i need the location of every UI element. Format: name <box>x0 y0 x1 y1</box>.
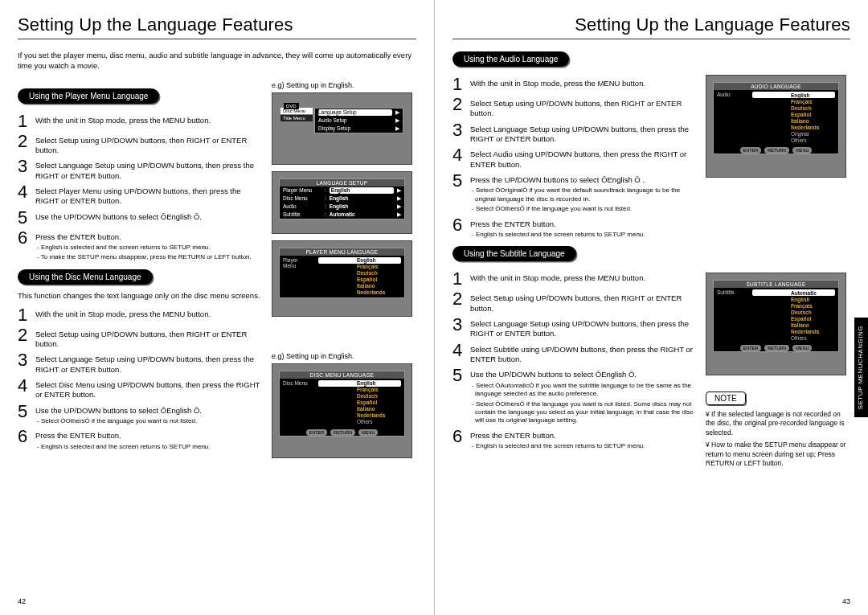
step: With the unit in Stop mode, press the ME… <box>35 113 262 130</box>
disc-lead: This function changes the text language … <box>18 291 262 301</box>
subnote: - Select ÒOthersÓ if the language you wa… <box>35 417 262 425</box>
subnote: - Select ÒOthersÓ if the language you wa… <box>470 205 696 213</box>
example-label: e.g) Setting up in English. <box>272 352 416 360</box>
step: Select Audio using UP/DOWN buttons, then… <box>470 146 696 170</box>
step: Select Language Setup using UP/DOWN butt… <box>35 351 262 375</box>
page-title: Setting Up the Language Features <box>452 14 850 39</box>
section-pill-subtitle: Using the Subtitle Language <box>452 246 576 261</box>
step: Press the ENTER button. - English is sel… <box>470 216 696 240</box>
note-list: ¥ If the selected language is not record… <box>706 410 850 469</box>
intro-text: If you set the player menu, disc menu, a… <box>18 51 416 72</box>
player-steps: With the unit in Stop mode, press the ME… <box>18 113 262 262</box>
step: Select Player Menu using UP/DOWN buttons… <box>35 183 262 207</box>
subtitle-steps: With the unit in Stop mode, press the ME… <box>452 270 696 450</box>
step: Select Setup using UP/DOWN buttons, then… <box>470 96 696 119</box>
audio-steps: With the unit in Stop mode, press the ME… <box>452 76 696 239</box>
step: Select Subtitle using UP/DOWN buttons, t… <box>470 342 696 365</box>
subnote: - English is selected and the screen ret… <box>470 231 696 239</box>
osd-player-menu-lang: PLAYER MENU LANGUAGE Player Menu English… <box>272 240 412 317</box>
step: Use the UP/DOWN buttons to select ÔEngli… <box>35 403 262 426</box>
subnote: - Select ÒOthersÓ if the language you wa… <box>470 400 696 425</box>
step: Use the UP/DOWN buttons to select ÔEngli… <box>470 367 696 424</box>
step: With the unit in Stop mode, press the ME… <box>470 76 696 93</box>
example-label: e.g) Setting up in English. <box>272 81 416 89</box>
osd-audio-lang: AUDIO LANGUAGE Audio English Français De… <box>706 75 846 178</box>
step: Select Setup using UP/DOWN buttons, then… <box>35 133 262 156</box>
subnote: - English is selected and the screen ret… <box>35 244 262 252</box>
subnote: - Select ÒOriginalÓ if you want the defa… <box>470 187 696 203</box>
side-tab: CHANGING SETUP MENU <box>854 318 868 417</box>
page-number: 43 <box>842 597 850 605</box>
subnote: - English is selected and the screen ret… <box>35 443 262 451</box>
page-title: Setting Up the Language Features <box>18 14 416 39</box>
osd-setup-root: DVD Disc Menu Title Menu Language Setup▶… <box>272 92 412 165</box>
section-pill-audio: Using the Audio Language <box>452 51 569 67</box>
step: Select Disc Menu using UP/DOWN buttons, … <box>35 377 262 400</box>
note-label: NOTE <box>706 392 746 405</box>
page-number: 42 <box>18 597 26 605</box>
subnote: - Select ÒAutomaticÓ if you want the sub… <box>470 382 696 399</box>
step: Select Language Setup using UP/DOWN butt… <box>470 121 696 145</box>
section-pill-player: Using the Player Menu Language <box>18 88 159 104</box>
step: Press the ENTER button. - English is sel… <box>35 229 262 262</box>
section-pill-disc: Using the Disc Menu Language <box>18 269 153 285</box>
step: Select Setup using UP/DOWN buttons, then… <box>35 326 262 350</box>
step: Select Language Setup using UP/DOWN butt… <box>470 316 696 339</box>
step: With the unit in Stop mode, press the ME… <box>35 306 262 324</box>
step: Use the UP/DOWN buttons to select ÔEngli… <box>35 209 262 227</box>
page-42: Setting Up the Language Features If you … <box>0 0 434 615</box>
subnote: - English is selected and the screen ret… <box>470 442 696 450</box>
osd-disc-menu-lang: DISC MENU LANGUAGE Disc Menu English Fra… <box>272 363 412 458</box>
step: Select Setup using UP/DOWN buttons, then… <box>470 290 696 314</box>
step: Press the UP/DOWN buttons to select ÔEng… <box>470 172 696 214</box>
step: Press the ENTER button. - English is sel… <box>35 428 262 451</box>
disc-steps: With the unit in Stop mode, press the ME… <box>18 306 262 452</box>
note-item: ¥ If the selected language is not record… <box>706 410 850 437</box>
step: Press the ENTER button. - English is sel… <box>470 428 696 451</box>
manual-spread: Setting Up the Language Features If you … <box>0 0 868 615</box>
osd-language-setup: LANGUAGE SETUP Player Menu:English▶ Disc… <box>272 171 412 234</box>
osd-side-item: Title Menu <box>280 115 313 121</box>
subnote: - To make the SETUP menu disappear, pres… <box>35 253 262 261</box>
step: Select Language Setup using UP/DOWN butt… <box>35 158 262 181</box>
page-43: Setting Up the Language Features Using t… <box>434 0 868 615</box>
step: With the unit in Stop mode, press the ME… <box>470 270 696 288</box>
osd-subtitle-lang: SUBTITLE LANGUAGE Subtitle Automatic Eng… <box>706 273 846 375</box>
note-item: ¥ How to make the SETUP menu disappear o… <box>706 441 850 468</box>
